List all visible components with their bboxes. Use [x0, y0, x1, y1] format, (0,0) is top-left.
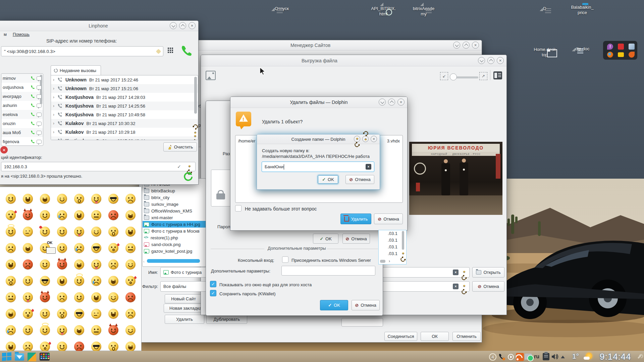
emoticon[interactable]	[91, 259, 101, 269]
file-row[interactable]: Фото с турнира в Москв	[143, 228, 206, 234]
chat-icon[interactable]	[37, 113, 42, 117]
emoticon[interactable]	[125, 259, 136, 269]
minimize-icon[interactable]	[453, 42, 460, 49]
keyboard-layout[interactable]: ru	[534, 354, 539, 360]
emoticon[interactable]	[91, 227, 101, 237]
emoticon[interactable]	[57, 194, 67, 204]
close-icon[interactable]: ×	[397, 99, 405, 106]
close-icon[interactable]: ×	[472, 42, 479, 49]
cube-app-icon[interactable]	[629, 44, 635, 50]
desktop-icon-balabaikin[interactable]: Balabaikin_ price	[567, 5, 598, 15]
emoticon[interactable]	[57, 243, 67, 253]
emoticon[interactable]	[57, 276, 67, 286]
call-contact-icon[interactable]	[30, 94, 35, 99]
maximize-icon[interactable]	[362, 136, 369, 142]
extra-params-input[interactable]	[281, 266, 375, 276]
recent-calls-list[interactable]: › Unknown Вт 21 мар 2017 15:22:46 › Unk	[51, 75, 198, 140]
cancel-open-button[interactable]: ⊘ Отмена	[472, 281, 504, 292]
file-list[interactable]: ПРАЙСЫ bitrixBackup bitrix_city surkov_i…	[142, 178, 206, 267]
clock[interactable]: 9:14:44	[600, 352, 631, 362]
hscroll-right-arrow[interactable]: ›	[389, 259, 390, 263]
contact-row[interactable]: иноградо	[1, 92, 43, 101]
call-button-icon[interactable]	[179, 44, 194, 58]
emoticon[interactable]	[74, 210, 84, 220]
emoticon[interactable]	[108, 227, 118, 237]
hscroll-left-arrow[interactable]: ‹	[143, 259, 145, 263]
file-upload-titlebar[interactable]: Выгрузка файла ×	[201, 55, 506, 66]
emoticon[interactable]	[74, 259, 84, 269]
create-cancel-button[interactable]: ⊘Отмена	[345, 175, 374, 184]
zoom-in-icon[interactable]: ↗	[479, 72, 487, 80]
emoticon[interactable]	[108, 259, 118, 269]
emoticon[interactable]	[40, 259, 50, 269]
emoticon[interactable]	[91, 276, 101, 286]
dropdown-chevron-icon[interactable]	[463, 285, 466, 287]
menu-item-help[interactable]: Помощь	[13, 32, 30, 38]
call-contact-icon[interactable]	[30, 112, 35, 117]
maximize-icon[interactable]	[388, 99, 395, 106]
folder-name-input[interactable]: БанкЮни ×	[262, 162, 374, 172]
zoom-out-icon[interactable]: ↙	[440, 72, 448, 80]
desktop-icon-dtp[interactable]: dtp.doc	[567, 46, 598, 52]
zoom-slider-handle[interactable]	[450, 73, 457, 80]
emoticon[interactable]	[108, 210, 118, 220]
clipboard-icon[interactable]	[543, 353, 549, 360]
emoticon[interactable]	[40, 325, 50, 335]
minimize-icon[interactable]	[478, 57, 485, 64]
console-checkbox[interactable]	[282, 256, 288, 263]
chat-icon[interactable]	[37, 85, 42, 89]
contact-row[interactable]: аша Моб	[1, 128, 43, 137]
chat-icon[interactable]	[37, 131, 42, 135]
emoticon[interactable]	[74, 325, 84, 335]
file-row[interactable]: restore(1).php	[143, 234, 206, 241]
menu-item-partial[interactable]: м	[4, 32, 7, 38]
mail-icon[interactable]	[618, 52, 624, 57]
volume-icon[interactable]	[551, 353, 559, 360]
emoticon[interactable]	[108, 292, 118, 302]
emoticon[interactable]	[40, 194, 50, 204]
file-row[interactable]: bitrix_city	[143, 194, 206, 201]
call-row[interactable]: › Kostjushova Вт 21 мар 2017 10:49:58	[51, 110, 198, 119]
delete-cancel-button[interactable]: ⊘ Отмена	[374, 214, 403, 224]
emoticon[interactable]	[74, 292, 84, 302]
tray-expand-icon[interactable]	[561, 356, 565, 358]
emoticon[interactable]	[57, 309, 67, 319]
call-row[interactable]: › Kulakov Вт 21 мар 2017 10:29:18	[51, 128, 198, 136]
emoticon[interactable]	[23, 292, 33, 302]
emoticon[interactable]	[40, 210, 50, 220]
call-contact-icon[interactable]	[30, 76, 35, 81]
new-site-button[interactable]: Новый Сайт	[165, 294, 202, 303]
delete-dialog-titlebar[interactable]: Удалить файлы — Dolphin ×	[230, 97, 407, 108]
chat-icon[interactable]	[37, 122, 42, 126]
desktop-icon-bitrixacademy[interactable]: bitrixAcade my	[408, 6, 439, 17]
emoticon[interactable]	[91, 243, 101, 253]
emoticon[interactable]	[40, 292, 50, 302]
emoticon[interactable]	[40, 227, 50, 237]
emoticon[interactable]	[108, 276, 118, 286]
call-contact-icon[interactable]	[30, 139, 35, 144]
emoticon[interactable]	[57, 210, 67, 220]
expander-icon[interactable]: ›	[53, 104, 54, 108]
star-icon[interactable]	[156, 49, 161, 54]
emoticon[interactable]	[125, 325, 136, 335]
create-folder-titlebar[interactable]: Создание папки — Dolphin ×	[257, 134, 380, 144]
desktop-icon-otpusk[interactable]: Отпуск	[266, 6, 297, 11]
emoticon[interactable]	[108, 325, 118, 335]
expander-icon[interactable]: ›	[53, 86, 54, 91]
emoticon[interactable]	[6, 309, 16, 319]
dropdown-chevron-icon[interactable]	[463, 270, 466, 273]
emoticon[interactable]	[125, 276, 136, 286]
clear-calls-button[interactable]: Очистить	[163, 142, 197, 152]
emoticon[interactable]	[91, 210, 101, 220]
clear-icon[interactable]: ×	[453, 269, 459, 275]
expander-icon[interactable]: ›	[53, 138, 54, 140]
emoticon[interactable]	[6, 342, 16, 352]
cancel-button[interactable]: Отменить	[452, 332, 481, 341]
firefox-icon[interactable]	[607, 52, 613, 58]
panel-toggle-icon[interactable]	[493, 71, 502, 79]
emoticon[interactable]	[74, 243, 84, 253]
emoticon[interactable]	[23, 276, 33, 286]
expander-icon[interactable]: ›	[53, 130, 54, 134]
emoticon[interactable]	[40, 342, 50, 352]
emoticon[interactable]	[91, 292, 101, 302]
